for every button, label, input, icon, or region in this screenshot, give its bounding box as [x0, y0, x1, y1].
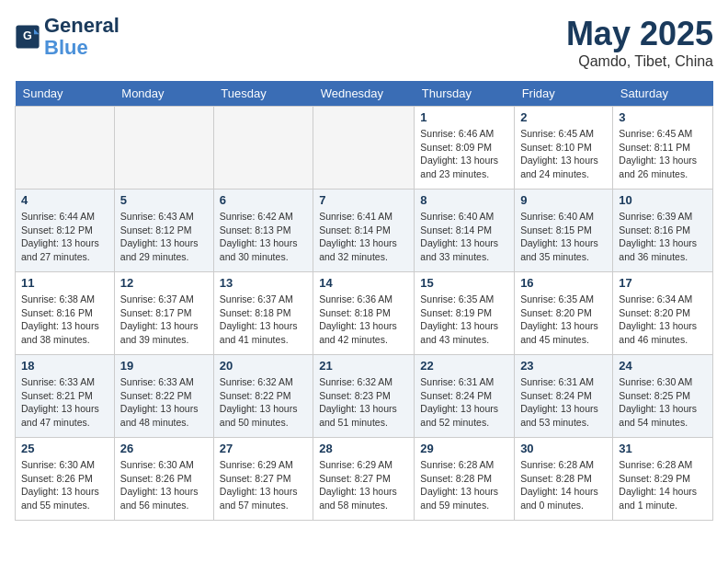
day-number: 6 — [220, 193, 307, 207]
day-cell: 25Sunrise: 6:30 AM Sunset: 8:26 PM Dayli… — [16, 438, 115, 521]
main-title: May 2025 — [566, 15, 713, 53]
day-cell: 19Sunrise: 6:33 AM Sunset: 8:22 PM Dayli… — [114, 355, 213, 438]
svg-text:G: G — [23, 29, 32, 42]
day-cell: 22Sunrise: 6:31 AM Sunset: 8:24 PM Dayli… — [415, 355, 515, 438]
day-info: Sunrise: 6:37 AM Sunset: 8:18 PM Dayligh… — [220, 293, 307, 347]
logo: G GeneralBlue — [15, 15, 119, 59]
day-cell: 23Sunrise: 6:31 AM Sunset: 8:24 PM Dayli… — [515, 355, 613, 438]
logo-text: GeneralBlue — [44, 15, 119, 59]
col-header-tuesday: Tuesday — [213, 81, 313, 107]
day-number: 22 — [420, 359, 508, 373]
calendar-header-row: SundayMondayTuesdayWednesdayThursdayFrid… — [16, 81, 713, 107]
day-cell: 8Sunrise: 6:40 AM Sunset: 8:14 PM Daylig… — [415, 190, 515, 272]
day-cell: 13Sunrise: 6:37 AM Sunset: 8:18 PM Dayli… — [213, 272, 313, 355]
day-cell: 27Sunrise: 6:29 AM Sunset: 8:27 PM Dayli… — [213, 438, 313, 521]
day-number: 17 — [619, 276, 707, 290]
day-cell: 3Sunrise: 6:45 AM Sunset: 8:11 PM Daylig… — [613, 107, 713, 190]
col-header-saturday: Saturday — [613, 81, 713, 107]
day-number: 7 — [319, 193, 408, 207]
day-number: 23 — [520, 359, 607, 373]
day-number: 2 — [520, 110, 607, 124]
day-info: Sunrise: 6:33 AM Sunset: 8:21 PM Dayligh… — [21, 375, 108, 430]
day-cell: 16Sunrise: 6:35 AM Sunset: 8:20 PM Dayli… — [515, 272, 613, 355]
day-info: Sunrise: 6:36 AM Sunset: 8:18 PM Dayligh… — [319, 293, 408, 347]
day-cell: 5Sunrise: 6:43 AM Sunset: 8:12 PM Daylig… — [114, 190, 213, 272]
day-info: Sunrise: 6:43 AM Sunset: 8:12 PM Dayligh… — [120, 210, 208, 264]
week-row: 18Sunrise: 6:33 AM Sunset: 8:21 PM Dayli… — [16, 355, 713, 438]
day-info: Sunrise: 6:35 AM Sunset: 8:20 PM Dayligh… — [520, 293, 607, 347]
day-number: 24 — [619, 359, 707, 373]
day-info: Sunrise: 6:45 AM Sunset: 8:11 PM Dayligh… — [619, 127, 707, 181]
day-info: Sunrise: 6:41 AM Sunset: 8:14 PM Dayligh… — [319, 210, 408, 264]
day-number: 21 — [319, 359, 408, 373]
day-number: 12 — [120, 276, 208, 290]
day-cell — [313, 107, 415, 190]
day-info: Sunrise: 6:30 AM Sunset: 8:26 PM Dayligh… — [120, 458, 208, 512]
day-number: 14 — [319, 276, 408, 290]
day-number: 18 — [21, 359, 108, 373]
day-number: 29 — [420, 442, 508, 455]
day-number: 16 — [520, 276, 607, 290]
day-info: Sunrise: 6:39 AM Sunset: 8:16 PM Dayligh… — [619, 210, 707, 264]
day-number: 15 — [420, 276, 508, 290]
day-cell: 28Sunrise: 6:29 AM Sunset: 8:27 PM Dayli… — [313, 438, 415, 521]
day-info: Sunrise: 6:40 AM Sunset: 8:14 PM Dayligh… — [420, 210, 508, 264]
day-number: 11 — [21, 276, 108, 290]
day-cell — [114, 107, 213, 190]
day-info: Sunrise: 6:37 AM Sunset: 8:17 PM Dayligh… — [120, 293, 208, 347]
day-info: Sunrise: 6:29 AM Sunset: 8:27 PM Dayligh… — [220, 458, 307, 512]
day-info: Sunrise: 6:45 AM Sunset: 8:10 PM Dayligh… — [520, 127, 607, 181]
day-cell: 10Sunrise: 6:39 AM Sunset: 8:16 PM Dayli… — [613, 190, 713, 272]
day-info: Sunrise: 6:38 AM Sunset: 8:16 PM Dayligh… — [21, 293, 108, 347]
day-number: 19 — [120, 359, 208, 373]
day-cell: 4Sunrise: 6:44 AM Sunset: 8:12 PM Daylig… — [16, 190, 115, 272]
day-cell — [16, 107, 115, 190]
day-cell: 31Sunrise: 6:28 AM Sunset: 8:29 PM Dayli… — [613, 438, 713, 521]
day-cell: 20Sunrise: 6:32 AM Sunset: 8:22 PM Dayli… — [213, 355, 313, 438]
calendar-table: SundayMondayTuesdayWednesdayThursdayFrid… — [15, 81, 713, 521]
week-row: 25Sunrise: 6:30 AM Sunset: 8:26 PM Dayli… — [16, 438, 713, 521]
day-number: 28 — [319, 442, 408, 455]
day-number: 26 — [120, 442, 208, 455]
day-info: Sunrise: 6:40 AM Sunset: 8:15 PM Dayligh… — [520, 210, 607, 264]
page-header: G GeneralBlue May 2025 Qamdo, Tibet, Chi… — [15, 15, 713, 70]
day-number: 3 — [619, 110, 707, 124]
day-cell: 1Sunrise: 6:46 AM Sunset: 8:09 PM Daylig… — [415, 107, 515, 190]
col-header-wednesday: Wednesday — [313, 81, 415, 107]
day-cell: 26Sunrise: 6:30 AM Sunset: 8:26 PM Dayli… — [114, 438, 213, 521]
col-header-friday: Friday — [515, 81, 613, 107]
col-header-sunday: Sunday — [16, 81, 115, 107]
day-number: 31 — [619, 442, 707, 455]
day-number: 1 — [420, 110, 508, 124]
day-info: Sunrise: 6:28 AM Sunset: 8:29 PM Dayligh… — [619, 458, 707, 512]
day-number: 8 — [420, 193, 508, 207]
day-cell — [213, 107, 313, 190]
day-number: 25 — [21, 442, 108, 455]
day-number: 20 — [220, 359, 307, 373]
day-cell: 29Sunrise: 6:28 AM Sunset: 8:28 PM Dayli… — [415, 438, 515, 521]
day-info: Sunrise: 6:35 AM Sunset: 8:19 PM Dayligh… — [420, 293, 508, 347]
day-info: Sunrise: 6:44 AM Sunset: 8:12 PM Dayligh… — [21, 210, 108, 264]
logo-icon: G — [15, 24, 40, 50]
day-info: Sunrise: 6:28 AM Sunset: 8:28 PM Dayligh… — [520, 458, 607, 512]
subtitle: Qamdo, Tibet, China — [566, 53, 713, 70]
day-info: Sunrise: 6:32 AM Sunset: 8:22 PM Dayligh… — [220, 375, 307, 430]
col-header-monday: Monday — [114, 81, 213, 107]
day-info: Sunrise: 6:29 AM Sunset: 8:27 PM Dayligh… — [319, 458, 408, 512]
title-block: May 2025 Qamdo, Tibet, China — [566, 15, 713, 70]
day-number: 27 — [220, 442, 307, 455]
week-row: 11Sunrise: 6:38 AM Sunset: 8:16 PM Dayli… — [16, 272, 713, 355]
day-info: Sunrise: 6:30 AM Sunset: 8:26 PM Dayligh… — [21, 458, 108, 512]
day-number: 4 — [21, 193, 108, 207]
day-info: Sunrise: 6:32 AM Sunset: 8:23 PM Dayligh… — [319, 375, 408, 430]
col-header-thursday: Thursday — [415, 81, 515, 107]
day-info: Sunrise: 6:28 AM Sunset: 8:28 PM Dayligh… — [420, 458, 508, 512]
day-cell: 21Sunrise: 6:32 AM Sunset: 8:23 PM Dayli… — [313, 355, 415, 438]
day-number: 9 — [520, 193, 607, 207]
week-row: 4Sunrise: 6:44 AM Sunset: 8:12 PM Daylig… — [16, 190, 713, 272]
day-number: 10 — [619, 193, 707, 207]
day-cell: 30Sunrise: 6:28 AM Sunset: 8:28 PM Dayli… — [515, 438, 613, 521]
day-info: Sunrise: 6:31 AM Sunset: 8:24 PM Dayligh… — [520, 375, 607, 430]
day-number: 13 — [220, 276, 307, 290]
day-cell: 17Sunrise: 6:34 AM Sunset: 8:20 PM Dayli… — [613, 272, 713, 355]
